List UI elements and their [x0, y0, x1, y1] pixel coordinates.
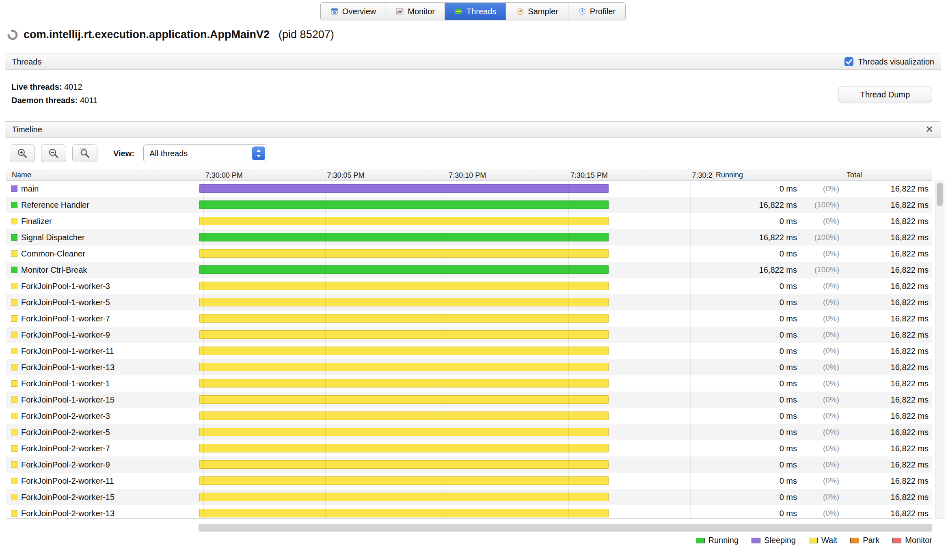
total-value: 16,822 ms	[843, 493, 932, 502]
table-row[interactable]: ForkJoinPool-1-worker-90 ms(0%)16,822 ms	[6, 327, 932, 343]
table-row[interactable]: Common-Cleaner0 ms(0%)16,822 ms	[6, 246, 932, 262]
timeline-section-title: Timeline	[12, 125, 42, 134]
table-row[interactable]: ForkJoinPool-1-worker-150 ms(0%)16,822 m…	[6, 392, 932, 408]
legend-swatch	[696, 538, 705, 543]
table-row[interactable]: ForkJoinPool-1-worker-50 ms(0%)16,822 ms	[6, 294, 932, 310]
daemon-threads-line: Daemon threads: 4011	[11, 94, 97, 107]
tab-label: Overview	[342, 7, 376, 16]
horizontal-scrollbar[interactable]	[199, 524, 932, 532]
thread-timeline-bar	[199, 428, 609, 436]
table-row[interactable]: ForkJoinPool-1-worker-110 ms(0%)16,822 m…	[6, 343, 932, 359]
thread-timeline-cell	[199, 278, 712, 294]
legend-label: Monitor	[905, 536, 932, 545]
view-label: View:	[113, 149, 134, 158]
running-percent: (100%)	[797, 200, 843, 209]
tab-monitor[interactable]: Monitor	[386, 3, 445, 20]
vertical-scrollbar-thumb[interactable]	[937, 183, 943, 206]
zoom-fit-button[interactable]	[72, 144, 97, 162]
timeline-toolbar: View: All threads	[10, 144, 267, 163]
running-percent: (100%)	[797, 233, 843, 242]
thread-name-cell: ForkJoinPool-2-worker-7	[6, 444, 199, 453]
thread-timeline-bar	[199, 476, 609, 485]
table-row[interactable]: ForkJoinPool-1-worker-10 ms(0%)16,822 ms	[6, 375, 932, 392]
thread-dump-button[interactable]: Thread Dump	[838, 86, 932, 103]
table-row[interactable]: ForkJoinPool-2-worker-130 ms(0%)16,822 m…	[6, 505, 932, 519]
table-row[interactable]: ForkJoinPool-2-worker-70 ms(0%)16,822 ms	[6, 440, 932, 457]
thread-name-cell: ForkJoinPool-1-worker-13	[6, 363, 199, 372]
thread-timeline-bar	[199, 233, 609, 241]
thread-name: ForkJoinPool-1-worker-1	[21, 379, 110, 388]
total-value: 16,822 ms	[843, 395, 932, 405]
zoom-out-button[interactable]	[41, 144, 66, 162]
thread-rows: main0 ms(0%)16,822 msReference Handler16…	[6, 181, 932, 519]
table-row[interactable]: ForkJoinPool-1-worker-30 ms(0%)16,822 ms	[6, 278, 932, 294]
thread-timeline-cell	[199, 505, 712, 519]
thread-name-cell: Reference Handler	[6, 200, 199, 210]
thread-table-body: main0 ms(0%)16,822 msReference Handler16…	[6, 181, 932, 519]
table-row[interactable]: Reference Handler16,822 ms(100%)16,822 m…	[6, 197, 932, 213]
running-value: 0 ms	[780, 347, 797, 356]
table-row[interactable]: ForkJoinPool-1-worker-130 ms(0%)16,822 m…	[6, 359, 932, 375]
checkbox-checked-icon[interactable]	[844, 57, 853, 66]
tab-label: Monitor	[408, 7, 435, 16]
total-value: 16,822 ms	[843, 428, 932, 437]
running-value: 0 ms	[780, 249, 797, 258]
table-row[interactable]: ForkJoinPool-1-worker-70 ms(0%)16,822 ms	[6, 310, 932, 327]
thread-timeline-bar	[199, 493, 609, 501]
close-icon[interactable]: ✕	[924, 125, 934, 134]
table-row[interactable]: ForkJoinPool-2-worker-150 ms(0%)16,822 m…	[6, 489, 932, 505]
thread-state-icon	[11, 413, 17, 419]
running-cell: 16,822 ms(100%)	[712, 265, 843, 275]
running-value: 0 ms	[780, 509, 797, 518]
column-header-name[interactable]: Name	[6, 171, 199, 179]
tab-bar: OverviewMonitorThreadsSamplerProfiler	[320, 2, 626, 20]
table-row[interactable]: ForkJoinPool-2-worker-90 ms(0%)16,822 ms	[6, 457, 932, 473]
table-row[interactable]: ForkJoinPool-2-worker-30 ms(0%)16,822 ms	[6, 408, 932, 424]
column-header-running[interactable]: Running	[712, 171, 843, 179]
thread-name-cell: main	[6, 184, 199, 194]
table-row[interactable]: Monitor Ctrl-Break16,822 ms(100%)16,822 …	[6, 262, 932, 278]
thread-timeline-bar	[199, 200, 609, 209]
thread-state-icon	[11, 332, 17, 338]
running-percent: (0%)	[797, 493, 843, 502]
thread-name-cell: ForkJoinPool-1-worker-11	[6, 347, 199, 356]
thread-name: Monitor Ctrl-Break	[21, 265, 87, 275]
total-value: 16,822 ms	[843, 184, 932, 194]
thread-name-cell: Signal Dispatcher	[6, 233, 199, 242]
chevron-up-down-icon[interactable]	[252, 146, 265, 160]
zoom-in-button[interactable]	[10, 144, 35, 162]
running-percent: (0%)	[797, 217, 843, 226]
thread-name-cell: ForkJoinPool-2-worker-11	[6, 476, 199, 486]
legend-label: Sleeping	[764, 536, 796, 545]
view-select[interactable]: All threads	[143, 144, 267, 162]
running-percent: (0%)	[797, 428, 843, 437]
thread-timeline-bar	[199, 184, 609, 193]
table-row[interactable]: Finalizer0 ms(0%)16,822 ms	[6, 213, 932, 229]
table-row[interactable]: main0 ms(0%)16,822 ms	[6, 181, 932, 197]
tab-threads[interactable]: Threads	[445, 3, 506, 20]
thread-state-icon	[11, 315, 17, 322]
tab-profiler[interactable]: Profiler	[568, 3, 625, 20]
table-row[interactable]: ForkJoinPool-2-worker-110 ms(0%)16,822 m…	[6, 473, 932, 489]
threads-visualization-toggle[interactable]: Threads visualization	[844, 57, 934, 67]
legend-item: Park	[850, 536, 879, 545]
profiler-icon	[578, 7, 586, 15]
running-percent: (0%)	[797, 347, 843, 355]
thread-timeline-cell	[199, 294, 712, 310]
tab-sampler[interactable]: Sampler	[506, 3, 568, 20]
monitor-icon	[396, 7, 404, 15]
thread-timeline-cell	[199, 375, 712, 392]
thread-name-cell: Common-Cleaner	[6, 249, 199, 258]
tab-overview[interactable]: Overview	[321, 3, 386, 20]
table-row[interactable]: Signal Dispatcher16,822 ms(100%)16,822 m…	[6, 229, 932, 246]
zoom-out-icon	[48, 148, 59, 159]
column-header-total[interactable]: Total	[843, 171, 932, 179]
thread-name-cell: ForkJoinPool-2-worker-9	[6, 460, 199, 470]
thread-timeline-bar	[199, 509, 609, 517]
thread-timeline-cell	[199, 213, 712, 229]
total-value: 16,822 ms	[843, 379, 932, 388]
running-value: 0 ms	[780, 379, 797, 388]
total-value: 16,822 ms	[843, 476, 932, 486]
vertical-scrollbar[interactable]	[935, 181, 944, 519]
table-row[interactable]: ForkJoinPool-2-worker-50 ms(0%)16,822 ms	[6, 424, 932, 440]
